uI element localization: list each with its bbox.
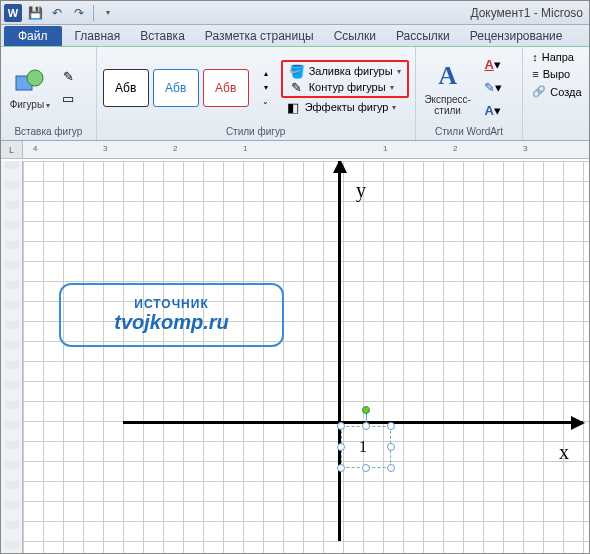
text-effects-icon[interactable]: A▾: [478, 101, 508, 121]
text-direction-button[interactable]: ↕Напра: [529, 50, 577, 64]
y-axis-arrow-icon: [333, 161, 347, 173]
group-shape-styles: Абв Абв Абв ▴ ▾ ⌄ 🪣 Заливка фигуры ▾ ✎ К…: [97, 47, 416, 140]
wordart-a-icon: A: [432, 60, 464, 92]
tab-file[interactable]: Файл: [4, 26, 62, 46]
resize-handle-tr[interactable]: [387, 422, 395, 430]
group-wordart: A Экспресс- стили A▾ ✎▾ A▾ Стили WordArt: [416, 47, 524, 140]
effects-icon: ◧: [285, 100, 301, 114]
qat-separator: [93, 5, 94, 21]
qat-customize-icon[interactable]: ▾: [98, 4, 118, 22]
redo-icon[interactable]: ↷: [69, 4, 89, 22]
paint-bucket-icon: 🪣: [289, 64, 305, 78]
resize-handle-l[interactable]: [337, 443, 345, 451]
edit-shape-icon[interactable]: ✎: [57, 67, 79, 87]
window-title: Документ1 - Microso: [118, 6, 589, 20]
shapes-button[interactable]: Фигуры ▾: [7, 55, 53, 121]
x-axis-arrow-icon: [571, 416, 585, 430]
title-bar: W 💾 ↶ ↷ ▾ Документ1 - Microso: [1, 1, 589, 25]
document-area: y x 1 ИСТОЧНИК tvojkomp.ru: [1, 161, 589, 553]
svg-point-1: [27, 70, 43, 86]
highlight-annotation: 🪣 Заливка фигуры ▾ ✎ Контур фигуры ▾: [281, 60, 409, 98]
text-outline-icon[interactable]: ✎▾: [478, 78, 508, 98]
style-preset-red[interactable]: Абв: [203, 69, 249, 107]
ribbon-tabs: Файл Главная Вставка Разметка страницы С…: [1, 25, 589, 47]
group-label-wordart: Стили WordArt: [422, 125, 517, 139]
style-preset-black[interactable]: Абв: [103, 69, 149, 107]
resize-handle-br[interactable]: [387, 464, 395, 472]
undo-icon[interactable]: ↶: [47, 4, 67, 22]
pencil-outline-icon: ✎: [289, 80, 305, 94]
watermark-top: ИСТОЧНИК: [134, 297, 208, 311]
tab-insert[interactable]: Вставка: [130, 26, 195, 46]
y-axis-label: y: [356, 179, 366, 202]
group-insert-shapes: Фигуры ▾ ✎ ▭ Вставка фигур: [1, 47, 97, 140]
ruler-vertical[interactable]: [1, 161, 23, 553]
shape-effects-button[interactable]: ◧ Эффекты фигур ▾: [281, 99, 409, 115]
align-icon: ≡: [532, 68, 538, 80]
style-gallery-down-icon[interactable]: ▾: [255, 82, 277, 94]
save-icon[interactable]: 💾: [25, 4, 45, 22]
quick-access-toolbar: 💾 ↶ ↷ ▾: [25, 4, 118, 22]
group-label-text: [529, 125, 583, 139]
ruler-horizontal[interactable]: L 4 3 2 1 1 2 3: [1, 141, 589, 159]
style-gallery-up-icon[interactable]: ▴: [255, 68, 277, 80]
style-gallery-more-icon[interactable]: ⌄: [255, 96, 277, 108]
shapes-icon: [14, 65, 46, 97]
tab-review[interactable]: Рецензирование: [460, 26, 573, 46]
tab-page-layout[interactable]: Разметка страницы: [195, 26, 324, 46]
watermark-bottom: tvojkomp.ru: [114, 311, 228, 334]
y-axis: [338, 161, 341, 541]
resize-handle-bl[interactable]: [337, 464, 345, 472]
text-direction-icon: ↕: [532, 51, 538, 63]
resize-handle-r[interactable]: [387, 443, 395, 451]
group-text: ↕Напра ≡Выро 🔗Созда: [523, 47, 589, 140]
rotation-handle[interactable]: [362, 406, 370, 414]
text-fill-icon[interactable]: A▾: [478, 55, 508, 75]
resize-handle-tl[interactable]: [337, 422, 345, 430]
selected-textbox[interactable]: 1: [341, 426, 391, 468]
ruler-tab-selector[interactable]: L: [1, 141, 23, 159]
group-label-shapes: Вставка фигур: [7, 125, 90, 139]
tab-home[interactable]: Главная: [65, 26, 131, 46]
x-axis-label: x: [559, 441, 569, 464]
ruler-ticks: 4 3 2 1 1 2 3: [23, 141, 589, 158]
align-text-button[interactable]: ≡Выро: [529, 67, 573, 81]
document-canvas[interactable]: y x 1 ИСТОЧНИК tvojkomp.ru: [23, 161, 589, 553]
resize-handle-t[interactable]: [362, 422, 370, 430]
gridlines: [23, 161, 589, 553]
resize-handle-b[interactable]: [362, 464, 370, 472]
word-app-icon: W: [4, 4, 22, 22]
create-link-button[interactable]: 🔗Созда: [529, 84, 584, 99]
tab-mailings[interactable]: Рассылки: [386, 26, 460, 46]
ribbon: Фигуры ▾ ✎ ▭ Вставка фигур Абв Абв Абв ▴…: [1, 47, 589, 141]
x-axis: [123, 421, 583, 424]
textbox-content[interactable]: 1: [359, 438, 367, 456]
style-preset-blue[interactable]: Абв: [153, 69, 199, 107]
shape-fill-button[interactable]: 🪣 Заливка фигуры ▾: [285, 63, 405, 79]
shape-outline-button[interactable]: ✎ Контур фигуры ▾: [285, 79, 405, 95]
text-box-icon[interactable]: ▭: [57, 89, 79, 109]
link-icon: 🔗: [532, 85, 546, 98]
tab-references[interactable]: Ссылки: [324, 26, 386, 46]
watermark: ИСТОЧНИК tvojkomp.ru: [59, 283, 284, 347]
group-label-styles: Стили фигур: [103, 125, 409, 139]
quick-styles-button[interactable]: A Экспресс- стили: [422, 55, 474, 121]
